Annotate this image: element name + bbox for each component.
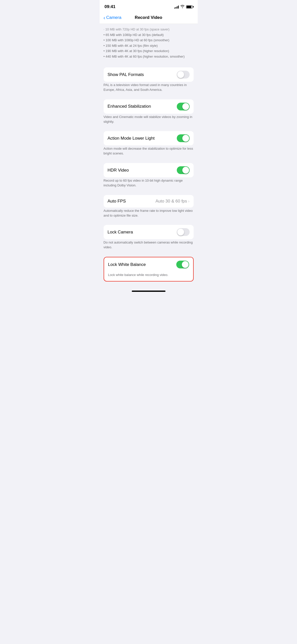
info-line-1: • 65 MB with 1080p HD at 30 fps (default… [104, 32, 194, 37]
info-line-5: • 440 MB with 4K at 60 fps (higher resol… [104, 54, 194, 59]
info-line-partial: · 10 MB with 720p HD at 30 fps (space sa… [104, 27, 194, 32]
lock-white-balance-toggle[interactable] [176, 261, 189, 268]
status-bar: 09:41 [100, 0, 198, 13]
action-mode-lower-light-description: Action mode will decrease the stabilizat… [100, 145, 198, 159]
scroll-content: · 10 MB with 720p HD at 30 fps (space sa… [100, 24, 198, 294]
wifi-icon [180, 5, 185, 9]
lock-white-balance-card: Lock White Balance Lock white balance wh… [104, 257, 194, 281]
action-mode-lower-light-label: Action Mode Lower Light [108, 136, 155, 141]
info-line-3: • 150 MB with 4K at 24 fps (film style) [104, 43, 194, 48]
lock-white-balance-row: Lock White Balance [104, 257, 193, 272]
nav-bar: ‹ Camera Record Video [100, 13, 198, 24]
action-mode-lower-light-row: Action Mode Lower Light [104, 131, 194, 145]
show-pal-formats-toggle[interactable] [177, 71, 190, 78]
signal-bar-2 [176, 7, 176, 9]
auto-fps-disclosure: Auto 30 & 60 fps › [155, 199, 189, 204]
signal-bars-icon [174, 5, 179, 9]
auto-fps-card: Auto FPS Auto 30 & 60 fps › [104, 195, 194, 208]
bottom-spacer [100, 281, 198, 288]
enhanced-stabilization-card: Enhanced Stabilization [104, 99, 194, 114]
back-button[interactable]: ‹ Camera [104, 15, 121, 20]
back-label: Camera [106, 15, 121, 20]
hdr-video-label: HDR Video [108, 168, 129, 173]
toggle-thumb [182, 135, 189, 142]
home-bar [132, 291, 165, 292]
action-mode-lower-light-card: Action Mode Lower Light [104, 131, 194, 145]
signal-bar-4 [178, 6, 179, 9]
enhanced-stabilization-description: Video and Cinematic mode will stabilize … [100, 114, 198, 127]
auto-fps-row[interactable]: Auto FPS Auto 30 & 60 fps › [104, 195, 194, 208]
battery-icon [186, 5, 193, 9]
lock-camera-card: Lock Camera [104, 225, 194, 239]
toggle-thumb [182, 167, 189, 174]
toggle-thumb [182, 103, 189, 110]
info-line-2: • 100 MB with 1080p HD at 60 fps (smooth… [104, 38, 194, 43]
status-icons [174, 5, 193, 9]
hdr-video-description: Record up to 60 fps video in 10-bit high… [100, 177, 198, 191]
enhanced-stabilization-toggle[interactable] [177, 103, 190, 110]
show-pal-formats-card: Show PAL Formats [104, 67, 194, 82]
show-pal-formats-description: PAL is a television video format used in… [100, 82, 198, 95]
info-line-4: • 190 MB with 4K at 30 fps (higher resol… [104, 49, 194, 54]
auto-fps-description: Automatically reduce the frame rate to i… [100, 208, 198, 221]
signal-bar-3 [177, 6, 178, 9]
auto-fps-value: Auto 30 & 60 fps [155, 199, 187, 204]
lock-camera-row: Lock Camera [104, 225, 194, 239]
lock-camera-toggle[interactable] [177, 228, 190, 236]
action-mode-lower-light-toggle[interactable] [177, 134, 190, 142]
lock-white-balance-label: Lock White Balance [108, 262, 146, 267]
auto-fps-label: Auto FPS [108, 199, 126, 204]
chevron-right-icon: › [188, 199, 190, 204]
hdr-video-row: HDR Video [104, 163, 194, 177]
enhanced-stabilization-label: Enhanced Stabilization [108, 104, 151, 109]
battery-fill [187, 6, 192, 8]
home-indicator [100, 288, 198, 294]
toggle-thumb [177, 229, 184, 235]
toggle-thumb [177, 71, 184, 78]
lock-camera-description: Do not automatically switch between came… [100, 239, 198, 253]
page-title: Record Video [135, 15, 162, 20]
hdr-video-card: HDR Video [104, 163, 194, 177]
lock-white-balance-description: Lock white balance while recording video… [104, 272, 193, 281]
info-section: · 10 MB with 720p HD at 30 fps (space sa… [100, 24, 198, 63]
show-pal-formats-label: Show PAL Formats [108, 72, 144, 77]
show-pal-formats-row: Show PAL Formats [104, 67, 194, 82]
toggle-thumb [182, 261, 189, 268]
enhanced-stabilization-row: Enhanced Stabilization [104, 99, 194, 114]
back-chevron-icon: ‹ [104, 15, 105, 20]
signal-bar-1 [174, 8, 175, 9]
lock-camera-label: Lock Camera [108, 230, 133, 235]
hdr-video-toggle[interactable] [177, 166, 190, 174]
status-time: 09:41 [105, 4, 115, 9]
